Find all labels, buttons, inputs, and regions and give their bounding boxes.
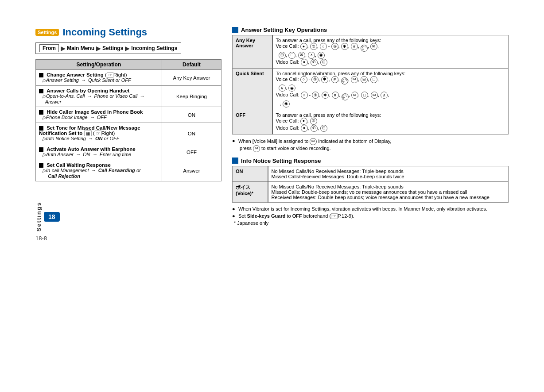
answer-val-quick: To cancel ringtone/vibration, press any … [272,68,509,110]
setting-sub-3: ▷Phone Book Image → OFF [39,115,159,120]
answer-note: When [Voice Mail] is assigned to ✉ indic… [232,138,509,152]
bullet-icon-5 [39,147,43,152]
bullet-icon-6 [39,163,43,168]
setting-main-3: Hide Caller Image Saved in Phone Book [39,109,159,115]
answer-row-off: OFF To answer a call, press any of the f… [233,110,509,134]
info-val-voice: No Missed Calls/No Received Messages: Tr… [268,181,509,202]
info-notice-table: ON No Missed Calls/No Received Messages:… [232,166,509,203]
breadcrumb-from: From [39,44,59,52]
bullet-icon-1 [39,73,43,77]
col-header-default: Default [162,60,221,70]
section-blue-square-1 [232,27,238,33]
info-key-voice: ボイス(Voice)* [233,181,268,202]
page-title-area: Settings Incoming Settings [35,27,221,38]
setting-sub-5: ▷Auto Answer → ON → Enter ring time [39,152,159,158]
answer-row-any-key: Any KeyAnswer To answer a call, press an… [233,35,509,69]
setting-main-5: Activate Auto Answer with Earphone [39,146,159,152]
table-row: Hide Caller Image Saved in Phone Book ▷P… [36,107,221,123]
setting-main-1: Change Answer Setting (☞Right) [39,72,159,77]
answer-key-quick: Quick Silent [233,68,272,110]
setting-default-6: Answer [162,160,221,181]
setting-main-4: Set Tone for Missed Call/New MessageNoti… [39,125,159,136]
setting-default-3: ON [162,107,221,123]
setting-main-6: Set Call Waiting Response [39,162,159,168]
answer-key-any: Any KeyAnswer [233,35,272,69]
breadcrumb-arrow-1: ▶ [61,45,65,52]
answer-val-any: To answer a call, press any of the follo… [272,35,509,69]
note-1: When Vibrator is set for Incoming Settin… [232,206,509,211]
section-number-box: 18 [44,212,60,222]
table-row: Set Tone for Missed Call/New MessageNoti… [36,123,221,144]
note-2: Set Side-keys Guard to OFF beforehand (☞… [232,213,509,219]
page-title: Incoming Settings [62,27,147,38]
answer-val-off: To answer a call, press any of the follo… [272,110,509,134]
breadcrumb-arrow-2: ▶ [96,45,101,52]
setting-default-5: OFF [162,144,221,160]
breadcrumb-main-menu: Main Menu [67,45,94,51]
setting-sub-4: ▷Info Notice Setting → ON or OFF [39,136,159,142]
setting-sub-1: ▷Answer Setting → Quick Silent or OFF [39,77,159,83]
setting-sub-2: ▷Open-to-Ans. Call → Phone or Video Call… [39,93,159,104]
info-val-on: No Missed Calls/No Received Messages: Tr… [268,166,509,181]
info-row-voice: ボイス(Voice)* No Missed Calls/No Received … [233,181,509,202]
table-row: Set Call Waiting Response ▷In-call Manag… [36,160,221,181]
left-bottom-area: Settings 18 18-8 [35,188,221,242]
answer-setting-table: Any KeyAnswer To answer a call, press an… [232,35,509,135]
setting-default-4: ON [162,123,221,144]
settings-table: Setting/Operation Default Change Answer … [35,59,221,181]
breadcrumb-settings: Settings [102,45,123,51]
breadcrumb-arrow-3: ▶ [125,45,129,52]
bullet-icon-3 [39,110,43,115]
answer-key-off: OFF [233,110,272,134]
table-row: Activate Auto Answer with Earphone ▷Auto… [36,144,221,160]
bullet-icon-2 [39,89,43,93]
note-asterisk: * Japanese only [232,220,509,226]
info-key-on: ON [233,166,268,181]
bullet-icon-4 [39,126,43,131]
setting-sub-6: ▷In-call Management → Call Forwarding or… [39,168,159,179]
info-notice-heading-text: Info Notice Setting Response [241,158,321,164]
breadcrumb-current: Incoming Settings [131,45,177,51]
answer-setting-heading-text: Answer Setting Key Operations [241,27,327,33]
table-row: Answer Calls by Opening Handset ▷Open-to… [36,86,221,107]
section-label: Settings [35,202,42,231]
info-notice-heading: Info Notice Setting Response [232,158,509,164]
answer-setting-heading: Answer Setting Key Operations [232,27,509,33]
col-header-setting: Setting/Operation [36,60,162,70]
table-row: Change Answer Setting (☞Right) ▷Answer S… [36,70,221,86]
page-number-bottom: 18-8 [35,235,47,242]
setting-default-2: Keep Ringing [162,86,221,107]
info-row-on: ON No Missed Calls/No Received Messages:… [233,166,509,181]
setting-default-1: Any Key Answer [162,70,221,86]
setting-main-2: Answer Calls by Opening Handset [39,88,159,93]
answer-row-quick-silent: Quick Silent To cancel ringtone/vibratio… [233,68,509,110]
section-blue-square-2 [232,158,238,164]
settings-badge: Settings [35,29,59,36]
breadcrumb: From ▶ Main Menu ▶ Settings ▶ Incoming S… [35,42,181,54]
